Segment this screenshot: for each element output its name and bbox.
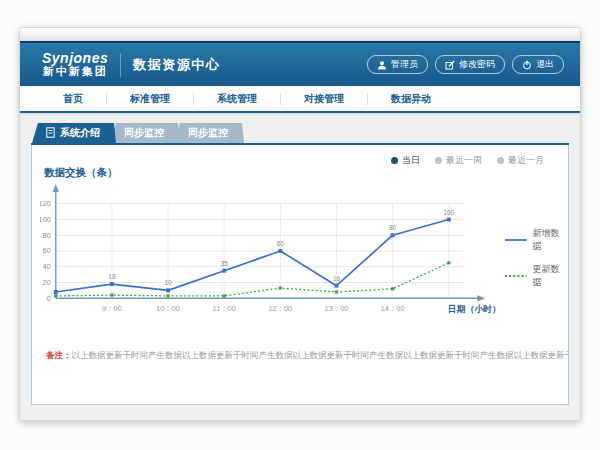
svg-text:11：00: 11：00 bbox=[213, 304, 236, 313]
line-chart: 0204060801001209：0010：0011：0012：0013：001… bbox=[40, 181, 568, 321]
radio-label: 当日 bbox=[402, 154, 420, 167]
change-password-label: 修改密码 bbox=[459, 58, 495, 71]
power-icon bbox=[522, 60, 532, 70]
svg-text:120: 120 bbox=[40, 199, 51, 208]
chart-legend: 新增数据 更新数据 bbox=[505, 181, 568, 299]
content-area: 系统介绍 同步监控 同步监控 当日 最近一周 bbox=[20, 113, 580, 405]
legend-series-name: 更新数据 bbox=[533, 263, 568, 289]
tab-system-intro[interactable]: 系统介绍 bbox=[32, 123, 116, 143]
svg-text:13：00: 13：00 bbox=[325, 304, 349, 313]
svg-text:60: 60 bbox=[277, 240, 285, 247]
legend-line-sample bbox=[505, 237, 527, 243]
svg-text:20: 20 bbox=[43, 278, 51, 287]
radio-label: 最近一周 bbox=[446, 154, 482, 167]
brand-divider bbox=[120, 53, 121, 77]
svg-text:100: 100 bbox=[443, 209, 454, 216]
legend-item: 更新数据 bbox=[505, 263, 568, 289]
svg-text:18: 18 bbox=[108, 273, 116, 280]
radio-dot bbox=[391, 157, 398, 164]
svg-text:40: 40 bbox=[43, 262, 51, 271]
tab-label: 同步监控 bbox=[124, 126, 164, 140]
footnote-text: 以上数据更新于时间产生数据以上数据更新于时间产生数据以上数据更新于时间产生数据以… bbox=[72, 350, 569, 360]
legend-line-sample bbox=[505, 273, 527, 279]
tab-sync-monitor-1[interactable]: 同步监控 bbox=[110, 123, 180, 143]
main-nav: 首页 标准管理 系统管理 对接管理 数据异动 bbox=[20, 86, 580, 113]
nav-item-data-change[interactable]: 数据异动 bbox=[368, 92, 454, 106]
app-window: Synjones 新中新集团 数据资源中心 管理员 修改密码 bbox=[20, 28, 580, 420]
user-menu: 管理员 修改密码 退出 bbox=[367, 55, 564, 74]
chart-canvas: 0204060801001209：0010：0011：0012：0013：001… bbox=[40, 181, 503, 321]
svg-text:35: 35 bbox=[221, 260, 229, 267]
svg-text:0: 0 bbox=[47, 294, 51, 303]
svg-text:12：00: 12：00 bbox=[268, 304, 292, 313]
brand-logo: Synjones 新中新集团 bbox=[42, 51, 108, 77]
svg-text:16: 16 bbox=[333, 275, 341, 282]
logout-button[interactable]: 退出 bbox=[512, 55, 564, 74]
svg-text:80: 80 bbox=[43, 231, 51, 240]
window-chrome-strip bbox=[20, 28, 580, 41]
nav-item-standard-mgmt[interactable]: 标准管理 bbox=[107, 92, 193, 106]
user-icon bbox=[377, 60, 387, 70]
svg-text:60: 60 bbox=[43, 246, 51, 255]
footnote: 备注：以上数据更新于时间产生数据以上数据更新于时间产生数据以上数据更新于时间产生… bbox=[32, 350, 568, 362]
radio-dot bbox=[497, 157, 504, 164]
tab-label: 同步监控 bbox=[188, 126, 228, 140]
document-icon bbox=[46, 127, 55, 140]
tab-strip: 系统介绍 同步监控 同步监控 bbox=[32, 123, 569, 143]
tab-label: 系统介绍 bbox=[60, 126, 100, 140]
radio-dot bbox=[435, 157, 442, 164]
svg-text:80: 80 bbox=[389, 224, 397, 231]
admin-button-label: 管理员 bbox=[391, 58, 418, 71]
nav-item-system-mgmt[interactable]: 系统管理 bbox=[194, 92, 280, 106]
edit-icon bbox=[445, 60, 455, 70]
svg-text:9：00: 9：00 bbox=[102, 304, 122, 313]
svg-text:日期（小时）: 日期（小时） bbox=[448, 304, 501, 314]
footnote-label: 备注： bbox=[46, 350, 72, 360]
chart-y-axis-title: 数据交换（条） bbox=[44, 166, 118, 180]
admin-button[interactable]: 管理员 bbox=[367, 55, 428, 74]
radio-label: 最近一月 bbox=[508, 154, 544, 167]
svg-text:10：00: 10：00 bbox=[156, 304, 180, 313]
change-password-button[interactable]: 修改密码 bbox=[435, 55, 505, 74]
brand-logo-cn: 新中新集团 bbox=[43, 66, 108, 78]
logout-label: 退出 bbox=[536, 58, 554, 71]
svg-text:100: 100 bbox=[40, 215, 51, 224]
radio-last-month[interactable]: 最近一月 bbox=[497, 154, 544, 167]
tab-sync-monitor-2[interactable]: 同步监控 bbox=[174, 123, 244, 143]
chart-panel: 当日 最近一周 最近一月 数据交换（条） 0204060801001209：00… bbox=[31, 145, 569, 405]
radio-last-week[interactable]: 最近一周 bbox=[435, 154, 482, 167]
radio-today[interactable]: 当日 bbox=[391, 154, 420, 167]
svg-text:10: 10 bbox=[164, 279, 172, 286]
nav-item-home[interactable]: 首页 bbox=[40, 92, 106, 106]
brand-logo-en: Synjones bbox=[42, 51, 108, 66]
nav-item-interface-mgmt[interactable]: 对接管理 bbox=[281, 92, 367, 106]
app-title: 数据资源中心 bbox=[133, 56, 220, 74]
app-header: Synjones 新中新集团 数据资源中心 管理员 修改密码 bbox=[20, 41, 580, 86]
svg-text:14：00: 14：00 bbox=[381, 304, 405, 313]
legend-item: 新增数据 bbox=[505, 227, 568, 253]
time-range-filter: 当日 最近一周 最近一月 bbox=[391, 154, 544, 167]
legend-series-name: 新增数据 bbox=[533, 227, 568, 253]
